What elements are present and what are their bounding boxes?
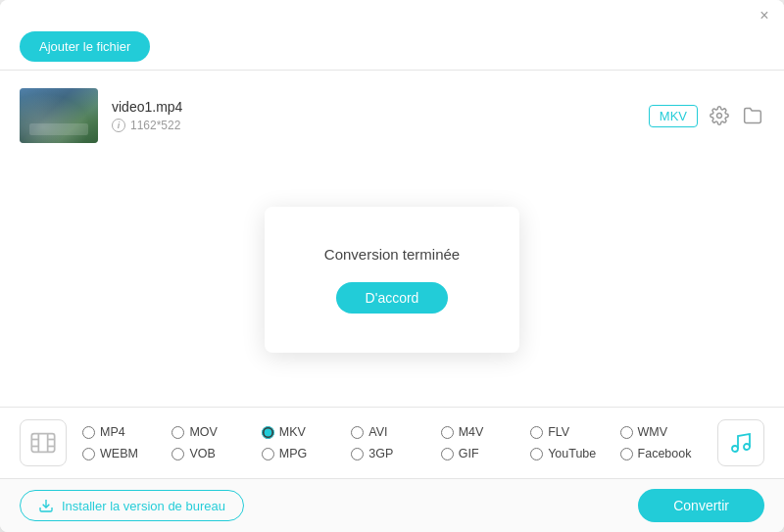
format-label-webm: WEBM [100, 447, 138, 460]
format-label-facebook: Facebook [638, 447, 692, 460]
format-radio-vob[interactable] [172, 448, 184, 460]
format-option-facebook[interactable]: Facebook [616, 445, 706, 462]
format-radio-mkv[interactable] [262, 426, 274, 439]
format-option-mpg[interactable]: MPG [258, 445, 347, 462]
file-info: video1.mp4 i 1162*522 [112, 99, 649, 132]
format-label-m4v: M4V [459, 425, 484, 439]
modal-ok-button[interactable]: D'accord [336, 282, 449, 314]
format-label-gif: GIF [459, 447, 479, 460]
format-radio-youtube[interactable] [530, 448, 543, 460]
format-label-wmv: WMV [638, 425, 668, 439]
format-radio-flv[interactable] [530, 426, 543, 439]
modal-title: Conversion terminée [323, 246, 461, 263]
audio-format-icon[interactable] [717, 419, 764, 466]
format-radio-facebook[interactable] [620, 448, 633, 460]
format-radio-3gp[interactable] [351, 448, 364, 460]
format-grid-container: MP4 MOV MKV AVI M4V [78, 423, 706, 462]
file-actions: MKV [649, 104, 764, 127]
header-area: Ajouter le fichier [0, 31, 784, 62]
format-option-wmv[interactable]: WMV [616, 423, 706, 441]
format-option-mkv[interactable]: MKV [258, 423, 347, 441]
main-window: × Ajouter le fichier video1.mp4 i 1162*5… [0, 0, 784, 532]
conversion-modal: Conversion terminée D'accord [265, 207, 519, 353]
format-option-flv[interactable]: FLV [526, 423, 615, 441]
bottom-bar: Installer la version de bureau Convertir [0, 478, 784, 532]
format-radio-mpg[interactable] [262, 448, 274, 460]
format-label-mkv: MKV [279, 425, 306, 439]
title-bar: × [0, 0, 784, 31]
svg-point-8 [732, 446, 738, 452]
format-label-mp4: MP4 [100, 425, 125, 439]
format-label-youtube: YouTube [548, 447, 596, 460]
format-radio-webm[interactable] [82, 448, 95, 460]
format-label-3gp: 3GP [368, 447, 393, 460]
format-label-avi: AVI [368, 425, 387, 439]
format-option-mp4[interactable]: MP4 [78, 423, 168, 441]
format-label-flv: FLV [548, 425, 569, 439]
svg-point-9 [744, 444, 750, 450]
video-format-icon[interactable] [20, 419, 67, 466]
format-row-1: MP4 MOV MKV AVI M4V [78, 423, 706, 441]
format-option-webm[interactable]: WEBM [78, 445, 168, 462]
format-label-mov: MOV [189, 425, 217, 439]
format-label-mpg: MPG [279, 447, 307, 460]
modal-overlay: Conversion terminée D'accord [0, 153, 784, 407]
file-name: video1.mp4 [112, 99, 649, 115]
format-radio-mp4[interactable] [82, 426, 95, 439]
format-label-vob: VOB [189, 447, 215, 460]
format-option-mov[interactable]: MOV [168, 423, 257, 441]
svg-rect-1 [31, 434, 54, 453]
format-area: MP4 MOV MKV AVI M4V [0, 407, 784, 478]
file-meta: i 1162*522 [112, 119, 649, 132]
format-radio-avi[interactable] [351, 426, 364, 439]
format-radio-mov[interactable] [172, 426, 184, 439]
convert-button[interactable]: Convertir [638, 489, 764, 522]
format-option-m4v[interactable]: M4V [437, 423, 526, 441]
format-option-vob[interactable]: VOB [168, 445, 257, 462]
format-radio-m4v[interactable] [441, 426, 454, 439]
close-button[interactable]: × [757, 8, 772, 24]
svg-point-0 [717, 114, 722, 119]
install-label: Installer la version de bureau [62, 499, 225, 513]
format-row-2: WEBM VOB MPG 3GP GIF [78, 445, 706, 462]
format-option-avi[interactable]: AVI [347, 423, 436, 441]
format-option-3gp[interactable]: 3GP [347, 445, 436, 462]
format-badge[interactable]: MKV [649, 105, 698, 127]
format-radio-gif[interactable] [441, 448, 454, 460]
format-option-youtube[interactable]: YouTube [526, 445, 615, 462]
info-icon[interactable]: i [112, 119, 125, 132]
settings-icon[interactable] [708, 104, 731, 127]
file-row: video1.mp4 i 1162*522 MKV [0, 78, 784, 153]
file-resolution: 1162*522 [130, 119, 180, 132]
format-radio-wmv[interactable] [620, 426, 633, 439]
divider-top [0, 70, 784, 71]
main-content: Conversion terminée D'accord [0, 153, 784, 407]
file-thumbnail [20, 88, 98, 143]
folder-icon[interactable] [741, 104, 764, 127]
install-button[interactable]: Installer la version de bureau [20, 490, 244, 521]
add-file-button[interactable]: Ajouter le fichier [20, 31, 150, 62]
format-option-gif[interactable]: GIF [437, 445, 526, 462]
